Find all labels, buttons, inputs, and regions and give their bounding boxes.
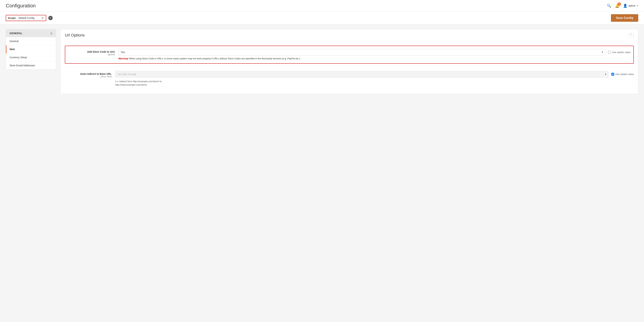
section-header: Url Options ⌃: [60, 29, 638, 41]
notification-badge: 10: [618, 3, 621, 6]
main-content: GENERAL ⋀ General Web Currency Setup Sto…: [0, 25, 644, 98]
add-store-code-control: Yes No ▼ Use system value Warning! When …: [118, 49, 630, 60]
search-button[interactable]: 🔍: [607, 4, 611, 8]
add-store-code-row: Add Store Code to Urls [global] Yes No ▼: [65, 46, 634, 64]
sidebar-item-currency-setup[interactable]: Currency Setup: [6, 53, 56, 62]
scope-left: Scope: Default Config Main Website Main …: [6, 15, 53, 21]
user-label: admin: [628, 4, 636, 7]
add-store-code-label: Add Store Code to Urls: [68, 50, 115, 53]
chevron-up-icon: ⋀: [50, 32, 52, 35]
header-actions: 🔍 🔔 10 👤 admin ▼: [607, 4, 638, 8]
top-header: Configuration 🔍 🔔 10 👤 admin ▼: [0, 0, 644, 12]
add-store-code-scope: [global]: [68, 53, 115, 56]
add-store-code-select[interactable]: Yes No: [118, 49, 605, 55]
sidebar-item-store-email-addresses[interactable]: Store Email Addresses: [6, 62, 56, 70]
help-button[interactable]: ?: [48, 16, 53, 20]
add-store-code-label-col: Add Store Code to Urls [global]: [68, 49, 115, 56]
auto-redirect-label: Auto-redirect to Base URL: [65, 73, 112, 75]
auto-redirect-scope: [store view]: [65, 75, 112, 78]
add-store-code-warning: Warning! When using Store Code in URLs, …: [118, 57, 630, 60]
auto-redirect-select[interactable]: Yes (302 Found) Yes (301 Found) No: [115, 71, 608, 78]
form-divider: [65, 67, 634, 67]
sidebar-item-general[interactable]: General: [6, 37, 56, 45]
user-avatar-icon: 👤: [623, 4, 628, 8]
add-store-code-select-wrapper: Yes No ▼: [118, 49, 605, 55]
notification-bell[interactable]: 🔔 10: [615, 4, 620, 8]
auto-redirect-select-wrapper: Yes (302 Found) Yes (301 Found) No ▼: [115, 71, 608, 78]
auto-redirect-control: Yes (302 Found) Yes (301 Found) No ▼ Use…: [115, 71, 634, 87]
chevron-up-collapse-icon: ⌃: [630, 34, 632, 37]
scope-bar: Scope: Default Config Main Website Main …: [0, 12, 644, 25]
scope-label: Scope:: [8, 17, 16, 20]
auto-redirect-top-row: Yes (302 Found) Yes (301 Found) No ▼ Use…: [115, 71, 634, 78]
auto-redirect-use-system-label[interactable]: Use system value: [611, 73, 634, 76]
chevron-down-icon: ▼: [636, 5, 638, 7]
auto-redirect-use-system-checkbox[interactable]: [611, 73, 614, 76]
sidebar-section-title: GENERAL: [10, 32, 22, 35]
add-store-code-use-system-checkbox[interactable]: [608, 51, 611, 54]
add-store-code-use-system-label[interactable]: Use system value: [608, 51, 630, 54]
scope-select[interactable]: Default Config Main Website Main Website…: [18, 16, 44, 20]
page-title: Configuration: [6, 3, 36, 9]
add-store-code-top-row: Yes No ▼ Use system value: [118, 49, 630, 55]
sidebar-item-web[interactable]: Web: [6, 45, 56, 53]
content-area: Url Options ⌃ Add Store Code to Urls [gl…: [60, 29, 638, 94]
user-menu[interactable]: 👤 admin ▼: [623, 4, 638, 8]
auto-redirect-use-system-text: Use system value: [615, 73, 634, 76]
auto-redirect-hint: I.e. redirect from http://example.com/st…: [115, 80, 634, 87]
auto-redirect-row: Auto-redirect to Base URL [store view] Y…: [65, 68, 634, 90]
add-store-code-use-system-text: Use system value: [612, 51, 630, 54]
warning-text: When using Store Code in URLs, in some c…: [128, 57, 300, 60]
collapse-button[interactable]: ⌃: [628, 33, 634, 38]
sidebar-general-section[interactable]: GENERAL ⋀: [6, 29, 56, 37]
search-icon: 🔍: [607, 4, 611, 8]
section-title: Url Options: [65, 33, 85, 38]
form-section: Add Store Code to Urls [global] Yes No ▼: [60, 41, 638, 94]
warning-label: Warning!: [118, 57, 128, 60]
auto-redirect-label-col: Auto-redirect to Base URL [store view]: [65, 71, 112, 78]
sidebar: GENERAL ⋀ General Web Currency Setup Sto…: [6, 29, 56, 70]
scope-selector: Scope: Default Config Main Website Main …: [6, 15, 46, 21]
save-config-button[interactable]: Save Config: [611, 14, 638, 22]
